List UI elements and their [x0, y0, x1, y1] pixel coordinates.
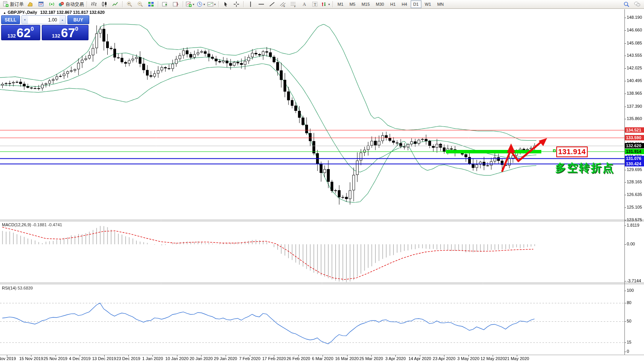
- price-tick-label: 125.105: [627, 205, 642, 209]
- signal-icon: [49, 1, 55, 7]
- hline-icon: [258, 1, 264, 7]
- zoom-out-icon: [137, 1, 143, 7]
- cursor-icon: [223, 1, 229, 7]
- toolbar-separator: [243, 1, 244, 7]
- text-button[interactable]: A: [299, 0, 310, 8]
- toolbar-separator: [218, 1, 219, 7]
- volume-increase-button[interactable]: ▴: [59, 16, 66, 24]
- text-t-icon: T: [312, 1, 318, 7]
- zoom-out-button[interactable]: [135, 0, 146, 8]
- cursor-button[interactable]: [220, 0, 231, 8]
- collapse-triangle-icon[interactable]: ▲: [3, 11, 6, 15]
- chevron-down-icon[interactable]: ▾: [328, 3, 330, 6]
- templates-button[interactable]: ▾: [206, 0, 217, 8]
- timeframe-w1-button[interactable]: W1: [422, 0, 434, 8]
- support-price-flag[interactable]: 131.914: [556, 146, 588, 157]
- turning-point-annotation[interactable]: 多空转折点: [555, 161, 615, 175]
- macd-pane-divider[interactable]: [0, 220, 624, 222]
- chat-button[interactable]: [632, 0, 642, 8]
- candlestick-chart-button[interactable]: [99, 0, 110, 8]
- macd-indicator-label: MACD(12,26,9) -0.1881 -0.4741: [2, 222, 62, 227]
- bar-chart-button[interactable]: [88, 0, 99, 8]
- timeframe-m15-button[interactable]: M15: [359, 0, 372, 8]
- volume-decrease-button[interactable]: ▾: [22, 16, 28, 24]
- autotrade-button-label: 自动交易: [66, 1, 84, 8]
- new-order-button-label: 新订单: [10, 1, 24, 8]
- svg-text:E: E: [283, 5, 285, 7]
- autotrade-icon: [58, 1, 64, 7]
- vertical-line-button[interactable]: [245, 0, 256, 8]
- indicators-button[interactable]: ▾: [185, 0, 195, 8]
- ohlc-values: 132.187 132.867 131.817 132.620: [40, 10, 105, 15]
- bars-icon: [91, 1, 97, 7]
- toolbar-separator: [122, 1, 123, 7]
- crosshair-button[interactable]: [231, 0, 242, 8]
- auto-scroll-button[interactable]: [160, 0, 170, 8]
- trendline-icon: [269, 1, 275, 7]
- arrows-button[interactable]: ▾: [320, 0, 331, 8]
- profiles-button[interactable]: [25, 0, 36, 8]
- toolbar-separator: [87, 1, 87, 7]
- timeframe-h1-button[interactable]: H1: [387, 0, 398, 8]
- zoom-in-icon: [126, 1, 133, 7]
- chevron-down-icon[interactable]: ▾: [214, 3, 216, 6]
- date-tick-label: 12 May 2020: [480, 356, 505, 361]
- timeframe-m5-button[interactable]: M5: [347, 0, 358, 8]
- toolbar: 新订单自动交易▾▾▾EFAT▾M1M5M15M30H1H4D1W1MN: [0, 0, 644, 9]
- autotrade-button[interactable]: 自动交易: [57, 0, 85, 8]
- text-label-button[interactable]: T: [310, 0, 320, 8]
- buy-price-big: 67: [61, 27, 75, 39]
- search-button[interactable]: [621, 0, 632, 8]
- tile-windows-button[interactable]: [146, 0, 156, 8]
- price-level-tag: 131.076: [625, 156, 644, 161]
- date-tick-label: 4 Dec 2019: [69, 356, 90, 361]
- red-arrow-annotation[interactable]: [490, 130, 556, 180]
- rsi-tick-label: 0: [627, 349, 629, 354]
- buy-button[interactable]: BUY: [67, 15, 89, 24]
- price-level-tag: 133.590: [625, 135, 644, 140]
- toolbar-separator: [333, 1, 333, 7]
- equidistant-channel-button[interactable]: E: [277, 0, 288, 8]
- blue-window-icon: [38, 1, 44, 7]
- buy-price-box[interactable]: 132 67 0: [42, 25, 88, 40]
- chevron-down-icon[interactable]: ▾: [193, 3, 194, 6]
- timeframe-d1-button[interactable]: D1: [411, 0, 421, 8]
- date-axis[interactable]: Nov 201915 Nov 201925 Nov 20194 Dec 2019…: [0, 355, 644, 362]
- timeframe-m30-button[interactable]: M30: [373, 0, 387, 8]
- one-click-trading-panel: SELL ▾ 1.00 ▴ BUY 132 62 0 132 67 0: [1, 15, 89, 40]
- chart-canvas[interactable]: [0, 0, 644, 362]
- zoom-in-button[interactable]: [124, 0, 135, 8]
- timeframe-h4-button[interactable]: H4: [399, 0, 410, 8]
- chart-shift-button[interactable]: [170, 0, 181, 8]
- price-tick-label: 140.495: [627, 78, 642, 83]
- trendline-button[interactable]: [267, 0, 277, 8]
- rsi-tick-label: 100: [627, 288, 634, 293]
- price-axis[interactable]: 148.190146.660145.085143.555142.025140.4…: [624, 9, 644, 355]
- line-chart-button[interactable]: [110, 0, 121, 8]
- date-tick-label: 3 May 2020: [457, 356, 479, 361]
- chevron-down-icon[interactable]: ▾: [203, 3, 205, 6]
- rsi-pane-divider[interactable]: [0, 283, 624, 285]
- date-tick-label: 15 Nov 2019: [19, 356, 43, 361]
- buy-price-sup: 0: [75, 26, 78, 31]
- chart-title: ▲GBPJPY-,Daily132.187 132.867 131.817 13…: [3, 10, 105, 15]
- periods-button[interactable]: ▾: [195, 0, 206, 8]
- volume-value[interactable]: 1.00: [28, 16, 59, 24]
- timeframe-mn-button[interactable]: MN: [434, 0, 446, 8]
- chartshift-icon: [173, 1, 179, 7]
- new-order-button[interactable]: 新订单: [2, 0, 25, 8]
- date-tick-label: 16 Mar 2020: [335, 356, 359, 361]
- price-tick-label: 126.635: [627, 192, 642, 197]
- price-tick-label: 146.660: [627, 28, 642, 32]
- rsi-value: 53.6839: [18, 286, 33, 290]
- timeframe-m1-button[interactable]: M1: [335, 0, 346, 8]
- signals-button[interactable]: [46, 0, 57, 8]
- price-tick-label: 135.860: [627, 116, 642, 121]
- horizontal-line-button[interactable]: [256, 0, 267, 8]
- market-watch-button[interactable]: [36, 0, 46, 8]
- autoscroll-icon: [162, 1, 168, 7]
- fibonacci-button[interactable]: F: [288, 0, 299, 8]
- date-tick-label: 20 Jan 2020: [190, 356, 213, 361]
- sell-button[interactable]: SELL: [1, 15, 20, 24]
- sell-price-box[interactable]: 132 62 0: [1, 25, 40, 40]
